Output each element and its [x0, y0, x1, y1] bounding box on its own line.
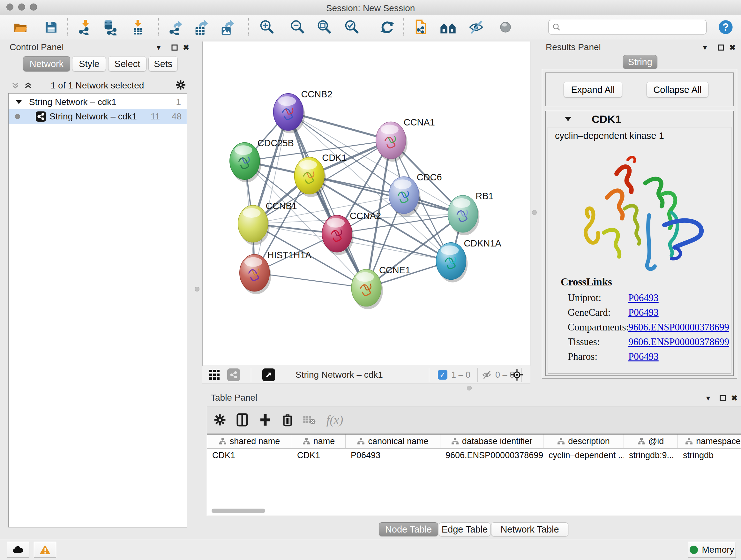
network-row[interactable]: String Network – cdk1 11 48 [9, 109, 187, 124]
zoom-out-button[interactable] [288, 19, 307, 36]
tab-sets[interactable]: Sets [148, 56, 178, 71]
crosslink-link[interactable]: 9606.ENSP00000378699 [628, 321, 729, 333]
network-node-CCNB2[interactable]: CCNB2 [273, 89, 333, 133]
show-columns-button[interactable] [234, 412, 250, 428]
selected-checkbox-icon[interactable]: ✓ [438, 370, 448, 380]
column-header[interactable]: @id [624, 435, 678, 448]
cell-database-identifier[interactable]: 9606.ENSP00000378699 [441, 449, 543, 462]
zoom-in-button[interactable] [258, 19, 276, 36]
table-panel-float-button[interactable] [718, 393, 728, 403]
cell-shared-name[interactable]: CDK1 [207, 449, 292, 462]
network-node-CDKN1A[interactable]: CDKN1A [436, 238, 502, 283]
string-glass-ball-button[interactable] [496, 19, 515, 36]
import-network-database-button[interactable] [101, 19, 119, 36]
detach-view-button[interactable] [262, 368, 275, 381]
string-hide-button[interactable] [467, 19, 485, 36]
table-settings-button[interactable] [212, 412, 227, 428]
create-column-button[interactable] [258, 412, 273, 428]
column-header[interactable]: shared name [207, 435, 292, 448]
network-canvas[interactable]: CCNB2CCNA1CDC25BCDK1CDC6RB1CCNB1CCNA2CDK… [202, 42, 530, 366]
help-button[interactable]: ? [717, 19, 735, 36]
column-header[interactable]: name [292, 435, 346, 448]
crosslink-link[interactable]: P06493 [628, 351, 659, 362]
gene-description: cyclin–dependent kinase 1 [555, 131, 664, 141]
scrollbar-thumb[interactable] [212, 509, 265, 513]
column-header[interactable]: database identifier [441, 435, 543, 448]
delete-column-button[interactable] [280, 412, 295, 428]
table-panel: Table Panel ▾ ✖ f(x) [207, 392, 741, 538]
control-panel-close-button[interactable]: ✖ [181, 43, 191, 52]
tab-style[interactable]: Style [72, 56, 106, 71]
network-node-RB1[interactable]: RB1 [448, 191, 493, 235]
tab-select[interactable]: Select [108, 56, 146, 71]
crosslinks-title: CrossLinks [561, 276, 741, 288]
import-table-button[interactable] [129, 19, 147, 36]
function-builder-button[interactable]: f(x) [322, 412, 347, 428]
open-session-button[interactable] [11, 19, 29, 36]
trash-icon [282, 413, 293, 427]
tab-network-table[interactable]: Network Table [491, 522, 568, 537]
network-node-CDK1[interactable]: CDK1 [294, 152, 347, 197]
gear-icon[interactable] [176, 80, 186, 90]
zoom-fit-button[interactable] [315, 19, 333, 36]
left-splitter-handle[interactable] [195, 287, 199, 292]
results-panel-float-button[interactable] [716, 43, 726, 52]
column-header[interactable]: namespace [678, 435, 741, 448]
cell-description[interactable]: cyclin–dependent ... [543, 449, 624, 462]
main-toolbar: ? [0, 15, 741, 39]
warning-button[interactable] [34, 542, 56, 558]
string-import-button[interactable] [413, 19, 431, 36]
memory-button[interactable]: Memory [688, 542, 736, 558]
disclosure-triangle-icon[interactable] [16, 100, 22, 105]
tab-edge-table[interactable]: Edge Table [439, 522, 490, 537]
export-network-button[interactable] [167, 19, 185, 36]
delete-table-button[interactable] [301, 412, 317, 428]
network-node-CCNE1[interactable]: CCNE1 [351, 265, 410, 309]
network-node-HIST1H1A[interactable]: HIST1H1A [240, 250, 312, 294]
column-header[interactable]: description [543, 435, 624, 448]
export-table-button[interactable] [192, 19, 210, 36]
control-panel-float-button[interactable] [170, 43, 179, 52]
network-node-CCNB1[interactable]: CCNB1 [238, 201, 297, 245]
right-splitter-handle[interactable] [532, 210, 537, 215]
tab-string[interactable]: String [623, 55, 657, 69]
column-header[interactable]: canonical name [346, 435, 441, 448]
table-tabs: Node Table Edge Table Network Table [207, 522, 741, 537]
table-panel-close-button[interactable]: ✖ [730, 393, 739, 403]
import-network-file-button[interactable] [76, 19, 94, 36]
expand-all-button[interactable]: Expand All [563, 82, 622, 98]
collapse-all-button[interactable]: Collapse All [647, 82, 709, 98]
control-panel-menu-button[interactable]: ▾ [154, 43, 163, 52]
refresh-button[interactable] [379, 19, 396, 36]
tab-network[interactable]: Network [23, 56, 70, 71]
crosslink-link[interactable]: P06493 [628, 307, 659, 318]
crosslink-link[interactable]: 9606.ENSP00000378699 [628, 336, 729, 348]
tab-node-table[interactable]: Node Table [379, 522, 438, 537]
cloud-button[interactable] [7, 542, 29, 558]
cell-id[interactable]: stringdb:9... [624, 449, 678, 462]
save-session-button[interactable] [42, 19, 60, 36]
string-settings-button[interactable] [439, 19, 457, 36]
table-horizontal-scrollbar[interactable] [209, 509, 738, 514]
results-panel-menu-button[interactable]: ▾ [700, 43, 710, 52]
network-overview-button[interactable] [227, 368, 240, 381]
section-disclosure-icon[interactable] [564, 116, 572, 122]
cell-name[interactable]: CDK1 [292, 449, 346, 462]
export-image-button[interactable] [218, 19, 236, 36]
string-results-box: Expand All Collapse All CDK1 cyclin–depe… [542, 69, 737, 379]
crosslink-link[interactable]: P06493 [628, 292, 659, 304]
network-node-CDC6[interactable]: CDC6 [389, 172, 442, 216]
horizontal-splitter-handle[interactable] [467, 386, 472, 390]
node-label-CCNB2: CCNB2 [301, 89, 332, 99]
zoom-selected-button[interactable] [343, 19, 360, 36]
network-node-CDC25B[interactable]: CDC25B [230, 138, 294, 182]
grid-view-button[interactable] [208, 368, 221, 381]
network-collection-row[interactable]: String Network – cdk1 1 [9, 96, 187, 109]
birdseye-icon[interactable] [511, 368, 523, 381]
search-input[interactable] [561, 22, 698, 32]
cell-namespace[interactable]: stringdb [678, 449, 741, 462]
table-row[interactable]: CDK1 CDK1 P06493 9606.ENSP00000378699 cy… [207, 449, 741, 462]
table-panel-menu-button[interactable]: ▾ [703, 393, 713, 403]
cell-canonical-name[interactable]: P06493 [346, 449, 441, 462]
results-panel-close-button[interactable]: ✖ [728, 43, 737, 52]
